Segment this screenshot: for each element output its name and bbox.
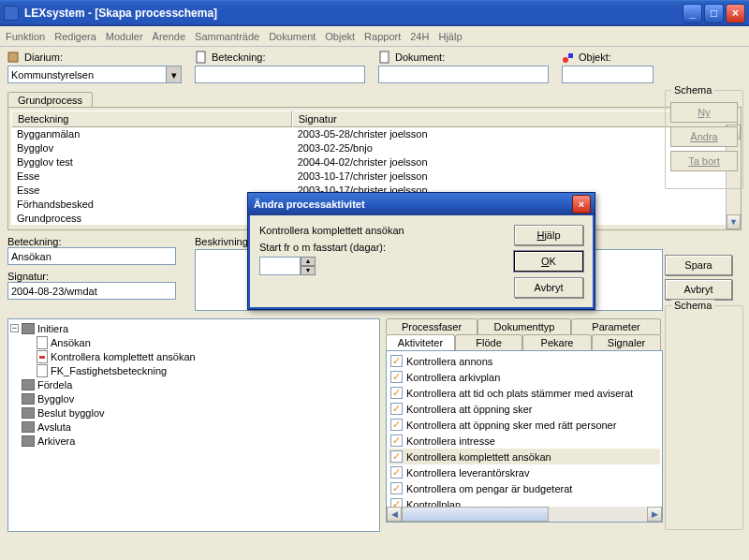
tab-parameter[interactable]: Parameter — [571, 318, 661, 334]
checkbox-icon[interactable] — [390, 419, 403, 431]
detail-beteckning-input[interactable]: Ansökan — [7, 247, 176, 265]
scroll-thumb[interactable] — [402, 507, 549, 522]
table-row: Bygganmälan2003-05-28/christer joelsson — [11, 127, 738, 141]
scroll-left-icon[interactable]: ◀ — [387, 507, 402, 522]
window-maximize-button[interactable]: □ — [704, 4, 724, 23]
checklist-item[interactable]: Kontrollera om pengar är budgeterat — [389, 480, 660, 496]
menu-arende[interactable]: Ärende — [153, 31, 185, 42]
menu-sammantrade[interactable]: Sammanträde — [195, 31, 259, 42]
andra-button[interactable]: Ändra — [670, 126, 738, 147]
checklist-label: Kontrollera komplettett ansökan — [406, 451, 551, 463]
activity-checklist[interactable]: Kontrollera annonsKontrollera arkivplanK… — [386, 350, 663, 523]
detail-signatur-input[interactable]: 2004-08-23/wmdat — [7, 282, 176, 300]
objekt-label: Objekt: — [579, 52, 611, 63]
checkbox-icon[interactable] — [390, 450, 403, 463]
checklist-item[interactable]: Kontrollera intresse — [389, 433, 660, 449]
checklist-item[interactable]: Kontrollera arkivplan — [389, 369, 660, 385]
window-minimize-button[interactable]: _ — [683, 4, 702, 23]
menu-rapport[interactable]: Rapport — [364, 31, 401, 42]
grid-header-beteckning[interactable]: Beteckning — [11, 111, 292, 127]
book-icon — [7, 51, 21, 64]
window-close-button[interactable]: × — [726, 4, 745, 23]
dialog-subtitle: Kontrollera komplettett ansökan — [259, 225, 503, 236]
menu-objekt[interactable]: Objekt — [325, 31, 355, 42]
tree-item[interactable]: Avsluta — [37, 421, 71, 433]
checklist-label: Kontrollera annons — [406, 356, 492, 367]
dialog-titlebar[interactable]: Ändra processaktivitet × — [248, 193, 595, 215]
diarium-value: Kommunstyrelsen — [11, 69, 94, 81]
tab-aktiviteter[interactable]: Aktiviteter — [386, 334, 455, 350]
spara-button[interactable]: Spara — [665, 255, 732, 275]
checkbox-icon[interactable] — [390, 482, 403, 494]
checkbox-icon[interactable] — [390, 435, 403, 447]
tree-item[interactable]: Bygglov — [37, 393, 74, 405]
bottom-row: −Initiera Ansökan Kontrollera komplettet… — [7, 318, 663, 532]
tree-root[interactable]: Initiera — [37, 323, 68, 334]
dialog-hjalp-button[interactable]: Hjälp — [514, 225, 583, 245]
dialog-title: Ändra processaktivitet — [252, 199, 572, 210]
checkbox-icon[interactable] — [390, 371, 403, 383]
avbryt-button[interactable]: Avbryt — [665, 279, 732, 300]
chevron-down-icon[interactable]: ▾ — [166, 66, 181, 82]
tree-item[interactable]: Ansökan — [51, 337, 91, 348]
checklist-item[interactable]: Kontrollera att öppning sker — [389, 401, 660, 417]
document-icon — [195, 51, 208, 64]
process-tree[interactable]: −Initiera Ansökan Kontrollera komplettet… — [7, 318, 380, 532]
svg-point-3 — [563, 57, 568, 63]
tree-item[interactable]: Beslut bygglov — [37, 407, 105, 419]
tab-flode[interactable]: Flöde — [455, 334, 522, 350]
menu-moduler[interactable]: Moduler — [106, 31, 143, 42]
tree-item[interactable]: Arkivera — [37, 435, 75, 447]
beteckning-input[interactable] — [195, 66, 365, 83]
objekt-input[interactable] — [562, 66, 654, 83]
scroll-right-icon[interactable]: ▶ — [647, 507, 662, 522]
tree-item[interactable]: Kontrollera komplettett ansökan — [51, 351, 196, 362]
tab-processfaser[interactable]: Processfaser — [386, 318, 477, 334]
checkbox-icon[interactable] — [390, 355, 403, 367]
checklist-label: Kontrollera att öppning sker — [406, 404, 533, 415]
start-days-spinner[interactable]: ▲ ▼ — [259, 257, 503, 275]
dialog-start-label: Start fr o m fasstart (dagar): — [259, 242, 503, 253]
checkbox-icon[interactable] — [390, 466, 403, 479]
flag-icon — [37, 350, 48, 363]
spinner-up-icon[interactable]: ▲ — [301, 257, 316, 266]
checklist-item[interactable]: Kontrollera annons — [389, 353, 660, 369]
folder-icon — [22, 393, 35, 405]
menu-24h[interactable]: 24H — [410, 31, 429, 42]
tab-dokumenttyp[interactable]: Dokumenttyp — [477, 318, 571, 334]
tree-item[interactable]: FK_Fastighetsbeteckning — [51, 365, 167, 376]
checkbox-icon[interactable] — [390, 403, 403, 415]
menu-funktion[interactable]: Funktion — [6, 31, 45, 42]
spinner-input[interactable] — [259, 257, 301, 275]
tree-item[interactable]: Fördela — [37, 379, 72, 391]
dokument-label: Dokument: — [395, 52, 445, 63]
menu-redigera[interactable]: Redigera — [54, 31, 96, 42]
dialog-ok-button[interactable]: OK — [514, 251, 583, 272]
tab-grundprocess[interactable]: Grundprocess — [7, 92, 93, 108]
page-icon — [37, 336, 48, 349]
collapse-icon[interactable]: − — [10, 324, 19, 332]
dokument-input[interactable] — [378, 66, 549, 83]
tabort-button[interactable]: Ta bort — [670, 151, 738, 171]
ny-button[interactable]: Ny — [670, 102, 738, 123]
folder-icon — [22, 421, 35, 433]
checklist-item[interactable]: Kontrollera att tid och plats stämmer me… — [389, 385, 660, 401]
checklist-item[interactable]: Kontrollera att öppning sker med rätt pe… — [389, 417, 660, 433]
table-row: Bygglov test2004-04-02/christer joelsson — [11, 155, 738, 169]
svg-rect-2 — [380, 52, 389, 63]
dialog-avbryt-button[interactable]: Avbryt — [514, 277, 583, 298]
menu-dokument[interactable]: Dokument — [269, 31, 316, 42]
menu-hjalp[interactable]: Hjälp — [438, 31, 462, 42]
diarium-combo[interactable]: Kommunstyrelsen ▾ — [7, 66, 182, 83]
tab-signaler[interactable]: Signaler — [592, 334, 661, 350]
folder-icon — [22, 407, 35, 419]
checklist-label: Kontrollera leverantörskrav — [406, 467, 529, 479]
spinner-down-icon[interactable]: ▼ — [301, 266, 316, 275]
checklist-item[interactable]: Kontrollera leverantörskrav — [389, 464, 660, 480]
tab-pekare[interactable]: Pekare — [522, 334, 592, 350]
checkbox-icon[interactable] — [390, 387, 403, 399]
page-icon — [378, 51, 391, 64]
checklist-scrollbar[interactable]: ◀▶ — [387, 507, 662, 522]
checklist-item[interactable]: Kontrollera komplettett ansökan — [389, 449, 660, 464]
dialog-close-button[interactable]: × — [572, 195, 591, 214]
